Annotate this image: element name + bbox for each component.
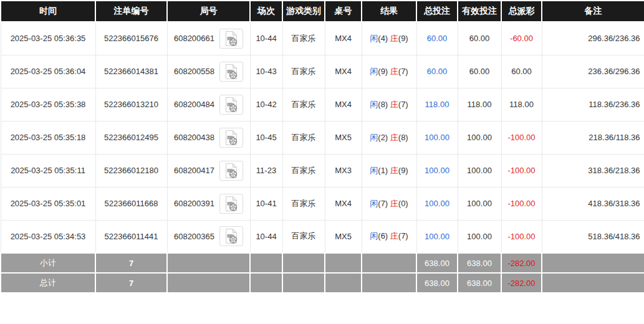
column-header-valid-bet: 有效投注 <box>458 1 501 22</box>
video-replay-button[interactable] <box>219 226 243 246</box>
cell-time: 2025-03-25 05:34:53 <box>1 220 95 253</box>
cell-valid-bet: 118.00 <box>458 88 501 121</box>
result-player-score: (9) <box>378 67 388 76</box>
table-row: 2025-03-25 05:35:11522366012180608200417… <box>1 154 644 187</box>
cell-total-bet: 100.00 <box>416 154 458 187</box>
cell-total-payout: 60.00 <box>501 55 542 88</box>
cell-total-bet: 60.00 <box>416 55 458 88</box>
video-file-icon <box>224 97 239 113</box>
footer-empty-round <box>167 253 250 273</box>
round-id-text: 608200365 <box>174 232 214 241</box>
cell-result: 闲(2) 庄(8) <box>362 121 416 154</box>
column-header-remark: 备注 <box>542 1 644 22</box>
cell-remark: 218.36/118.36 <box>542 121 644 154</box>
cell-session: 10-41 <box>250 187 282 220</box>
video-replay-button[interactable] <box>219 62 243 82</box>
cell-game-type: 百家乐 <box>282 121 325 154</box>
cell-table-no: MX4 <box>325 187 362 220</box>
table-row: 2025-03-25 05:35:01522366011668608200391… <box>1 187 644 220</box>
column-header-bet-id: 注单编号 <box>95 1 167 22</box>
footer-empty-game-type <box>282 253 325 273</box>
cell-game-type: 百家乐 <box>282 187 325 220</box>
cell-remark: 236.36/296.36 <box>542 55 644 88</box>
footer-empty-session <box>250 253 282 273</box>
result-banker-label: 庄 <box>390 231 398 241</box>
round-id-wrap: 608200417 <box>169 161 249 181</box>
footer-empty-round <box>167 273 250 293</box>
result-player-label: 闲 <box>370 231 378 241</box>
column-header-total-bet: 总投注 <box>416 1 458 22</box>
footer-empty-result <box>362 273 416 293</box>
bet-records-page: 时间注单编号局号场次游戏类别桌号结果总投注有效投注总派彩备注 2025-03-2… <box>0 0 644 293</box>
video-replay-button[interactable] <box>219 95 243 115</box>
cell-valid-bet: 100.00 <box>458 121 501 154</box>
result-player-label: 闲 <box>370 199 378 208</box>
video-replay-button[interactable] <box>219 128 243 148</box>
result-player-score: (2) <box>378 133 388 142</box>
footer-remark <box>542 253 644 273</box>
round-id-wrap: 608200484 <box>169 95 249 115</box>
cell-round-id: 608200365 <box>167 220 250 253</box>
footer-total-payout: -282.00 <box>501 273 542 293</box>
cell-valid-bet: 60.00 <box>458 55 501 88</box>
cell-time: 2025-03-25 05:36:35 <box>1 22 95 55</box>
cell-total-payout: -100.00 <box>501 154 542 187</box>
footer-count: 7 <box>95 273 167 293</box>
result-player-label: 闲 <box>370 100 378 109</box>
result-banker-score: (9) <box>398 34 408 43</box>
column-header-game-type: 游戏类别 <box>282 1 325 22</box>
result-banker-label: 庄 <box>390 67 398 76</box>
cell-total-payout: -100.00 <box>501 220 542 253</box>
cell-game-type: 百家乐 <box>282 154 325 187</box>
round-id-wrap: 608200391 <box>169 194 249 214</box>
cell-total-bet: 100.00 <box>416 187 458 220</box>
cell-remark: 518.36/418.36 <box>542 220 644 253</box>
cell-bet-id: 522366015676 <box>95 22 167 55</box>
cell-total-bet: 60.00 <box>416 22 458 55</box>
cell-table-no: MX4 <box>325 88 362 121</box>
result-player-score: (4) <box>378 34 388 43</box>
video-replay-button[interactable] <box>219 29 243 49</box>
result-banker-label: 庄 <box>390 133 398 142</box>
video-replay-button[interactable] <box>219 161 243 181</box>
cell-round-id: 608200438 <box>167 121 250 154</box>
result-player-score: (8) <box>378 100 388 109</box>
cell-total-payout: 118.00 <box>501 88 542 121</box>
column-header-result: 结果 <box>362 1 416 22</box>
round-id-text: 608200417 <box>174 166 214 175</box>
footer-label: 小计 <box>1 253 95 273</box>
footer-total-payout: -282.00 <box>501 253 542 273</box>
cell-bet-id: 522366012180 <box>95 154 167 187</box>
cell-bet-id: 522366012495 <box>95 121 167 154</box>
result-banker-label: 庄 <box>390 199 398 208</box>
cell-session: 10-42 <box>250 88 282 121</box>
footer-count: 7 <box>95 253 167 273</box>
cell-time: 2025-03-25 05:36:04 <box>1 55 95 88</box>
round-id-wrap: 608200558 <box>169 62 249 82</box>
video-file-icon <box>224 64 239 80</box>
table-row: 2025-03-25 05:35:18522366012495608200438… <box>1 121 644 154</box>
column-header-total-payout: 总派彩 <box>501 1 542 22</box>
cell-round-id: 608200417 <box>167 154 250 187</box>
cell-game-type: 百家乐 <box>282 88 325 121</box>
result-player-score: (6) <box>378 231 388 241</box>
table-row: 2025-03-25 05:34:53522366011441608200365… <box>1 220 644 253</box>
cell-bet-id: 522366014381 <box>95 55 167 88</box>
result-player-label: 闲 <box>370 34 378 43</box>
cell-time: 2025-03-25 05:35:01 <box>1 187 95 220</box>
result-banker-score: (7) <box>398 67 408 76</box>
cell-time: 2025-03-25 05:35:38 <box>1 88 95 121</box>
cell-game-type: 百家乐 <box>282 22 325 55</box>
column-header-table-no: 桌号 <box>325 1 362 22</box>
subtotal-row: 小计7638.00638.00-282.00 <box>1 253 644 273</box>
cell-table-no: MX4 <box>325 22 362 55</box>
round-id-text: 608200484 <box>174 100 214 109</box>
cell-table-no: MX3 <box>325 154 362 187</box>
cell-total-bet: 118.00 <box>416 88 458 121</box>
video-replay-button[interactable] <box>219 194 243 214</box>
footer-empty-result <box>362 253 416 273</box>
cell-round-id: 608200391 <box>167 187 250 220</box>
cell-result: 闲(9) 庄(7) <box>362 55 416 88</box>
cell-total-bet: 100.00 <box>416 220 458 253</box>
table-header: 时间注单编号局号场次游戏类别桌号结果总投注有效投注总派彩备注 <box>1 1 644 22</box>
